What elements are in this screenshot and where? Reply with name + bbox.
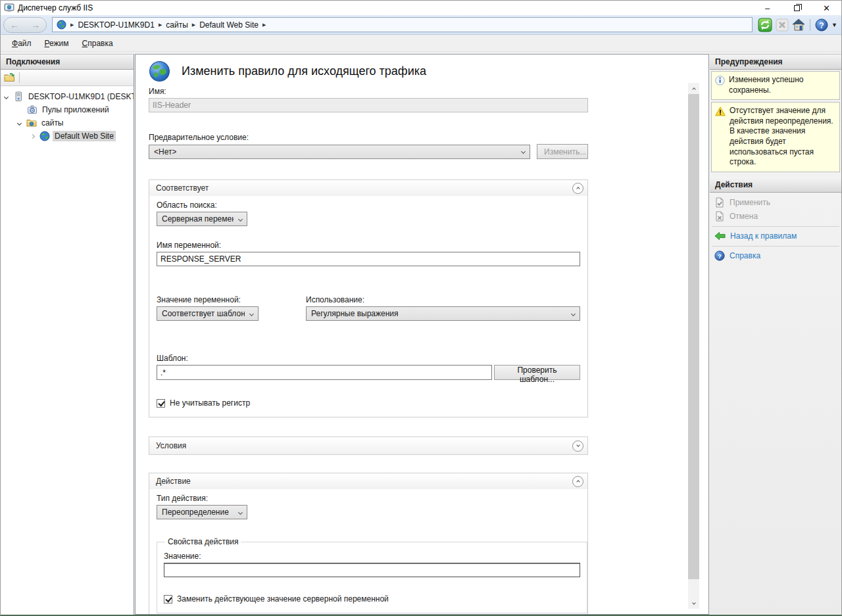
save-connection-icon[interactable] <box>4 72 15 83</box>
cancel-icon <box>714 211 725 222</box>
page-title: Изменить правило для исходящего трафика <box>182 64 426 78</box>
replace-value-label: Заменить действующее значение серверной … <box>177 594 389 604</box>
forward-arrow-icon: → <box>31 20 40 30</box>
connections-tree: DESKTOP-U1MK9D1 (DESKTOI Пулы приложений <box>1 86 134 143</box>
menu-bar: Файл Режим Справка <box>1 35 841 52</box>
chevron-down-icon <box>238 509 243 514</box>
value-label: Значение: <box>164 552 580 561</box>
scroll-down-button[interactable] <box>688 598 699 609</box>
breadcrumb-arrow-icon[interactable]: ▶ <box>192 22 195 28</box>
help-action[interactable]: ? Справка <box>710 249 841 263</box>
info-alert-text: Изменения успешно сохранены. <box>729 75 837 95</box>
refresh-icon[interactable] <box>758 18 772 32</box>
address-bar[interactable]: ▶ DESKTOP-U1MK9D1 ▶ сайты ▶ Default Web … <box>52 17 753 32</box>
restore-icon <box>794 5 800 11</box>
conditions-section-header: Условия <box>149 437 587 454</box>
test-pattern-button[interactable]: Проверить шаблон... <box>494 365 580 380</box>
pattern-label: Шаблон: <box>157 354 580 363</box>
site-globe-icon <box>39 131 50 141</box>
chevron-down-icon <box>249 311 254 316</box>
actions-separator <box>712 246 839 247</box>
pattern-input[interactable] <box>157 365 492 380</box>
chevron-down-icon <box>571 311 576 316</box>
collapse-section-button[interactable] <box>572 183 583 194</box>
connections-toolbar <box>1 70 134 86</box>
scrollbar-thumb[interactable] <box>688 94 699 579</box>
vertical-scrollbar[interactable] <box>688 83 699 609</box>
help-dropdown-caret-icon[interactable]: ▼ <box>831 22 837 28</box>
match-section-body: Область поиска: Серверная переменн Имя п… <box>149 196 587 417</box>
collapsed-chevron-icon[interactable] <box>30 133 35 138</box>
tree-item-label: сайты <box>39 118 66 128</box>
home-icon[interactable] <box>792 18 805 31</box>
ignore-case-checkbox[interactable] <box>157 399 165 408</box>
info-icon <box>715 76 725 85</box>
breadcrumb-server[interactable]: DESKTOP-U1MK9D1 <box>78 20 154 30</box>
edit-outbound-rule-form: Изменить правило для исходящего трафика … <box>149 55 588 615</box>
precondition-select[interactable]: <Нет> <box>149 145 530 159</box>
actions-header: Действия <box>710 178 841 193</box>
expanded-chevron-icon[interactable] <box>4 94 9 99</box>
menu-view[interactable]: Режим <box>39 37 75 50</box>
edit-precondition-button: Изменить... <box>537 144 588 159</box>
iis-manager-window: Диспетчер служб IIS – ✕ ← → ▶ DESKTOP-U1… <box>0 0 842 616</box>
svg-text:?: ? <box>819 20 824 30</box>
variable-name-input[interactable] <box>157 252 580 266</box>
operand-select[interactable]: Соответствует шаблону <box>157 306 259 321</box>
expanded-chevron-icon[interactable] <box>17 120 22 125</box>
scroll-up-button[interactable] <box>688 83 699 94</box>
tree-item-default-web-site[interactable]: Default Web Site <box>1 130 134 143</box>
back-to-rules-action[interactable]: Назад к правилам <box>710 229 841 243</box>
breadcrumb-site[interactable]: Default Web Site <box>199 20 259 30</box>
actions-pane: Предупреждения Изменения успешно сохране… <box>710 54 841 615</box>
help-icon: ? <box>714 250 725 261</box>
action-type-select[interactable]: Переопределение <box>157 505 247 519</box>
action-value-input[interactable] <box>164 563 580 577</box>
warning-alert: Отсутствует значение для действия переоп… <box>711 102 840 172</box>
using-select[interactable]: Регулярные выражения <box>306 306 580 321</box>
action-properties-legend: Свойства действия <box>165 537 241 546</box>
conditions-section: Условия <box>149 437 588 455</box>
warning-icon <box>715 107 726 116</box>
svg-text:?: ? <box>718 252 722 260</box>
expand-section-button[interactable] <box>572 440 583 452</box>
toolbar-icons: ? ▼ <box>758 18 837 32</box>
rule-name-input <box>149 98 588 112</box>
apply-icon <box>714 197 725 208</box>
match-section-header: Соответствует <box>149 180 587 196</box>
title-bar: Диспетчер служб IIS – ✕ <box>1 1 841 15</box>
menu-help[interactable]: Справка <box>76 37 119 50</box>
server-icon <box>13 91 24 102</box>
tree-item-server[interactable]: DESKTOP-U1MK9D1 (DESKTOI <box>1 90 134 103</box>
menu-file[interactable]: Файл <box>6 37 37 50</box>
scope-select[interactable]: Серверная переменн <box>157 212 247 226</box>
close-button[interactable]: ✕ <box>812 1 841 15</box>
tree-item-sites[interactable]: сайты <box>1 116 134 130</box>
maximize-button[interactable] <box>782 1 812 15</box>
breadcrumb-arrow-icon[interactable]: ▶ <box>159 22 162 28</box>
scope-label: Область поиска: <box>157 201 580 210</box>
breadcrumb-arrow-icon[interactable]: ▶ <box>70 22 74 28</box>
cancel-action: Отмена <box>710 210 841 224</box>
content-area: Подключения <box>1 52 841 615</box>
action-type-label: Тип действия: <box>157 494 580 503</box>
globe-icon <box>149 60 170 82</box>
warning-alert-text: Отсутствует значение для действия переоп… <box>730 106 837 168</box>
minimize-button[interactable]: – <box>753 1 782 15</box>
back-green-arrow-icon <box>714 231 726 241</box>
breadcrumb-sites[interactable]: сайты <box>166 20 188 30</box>
name-label: Имя: <box>149 87 588 96</box>
help-icon[interactable]: ? <box>815 18 828 32</box>
operand-label: Значение переменной: <box>157 295 259 304</box>
replace-value-checkbox[interactable] <box>164 595 172 604</box>
breadcrumb-arrow-icon[interactable]: ▶ <box>262 22 266 28</box>
globe-icon <box>57 20 66 30</box>
apply-action: Применить <box>710 196 841 210</box>
using-label: Использование: <box>306 295 580 304</box>
tree-item-app-pools[interactable]: Пулы приложений <box>1 103 134 116</box>
match-section: Соответствует Область поиска: Серверная … <box>149 179 588 417</box>
chevron-down-icon <box>521 149 526 154</box>
toolbar-separator <box>19 72 20 83</box>
variable-name-label: Имя переменной: <box>157 241 580 250</box>
collapse-section-button[interactable] <box>572 476 583 487</box>
